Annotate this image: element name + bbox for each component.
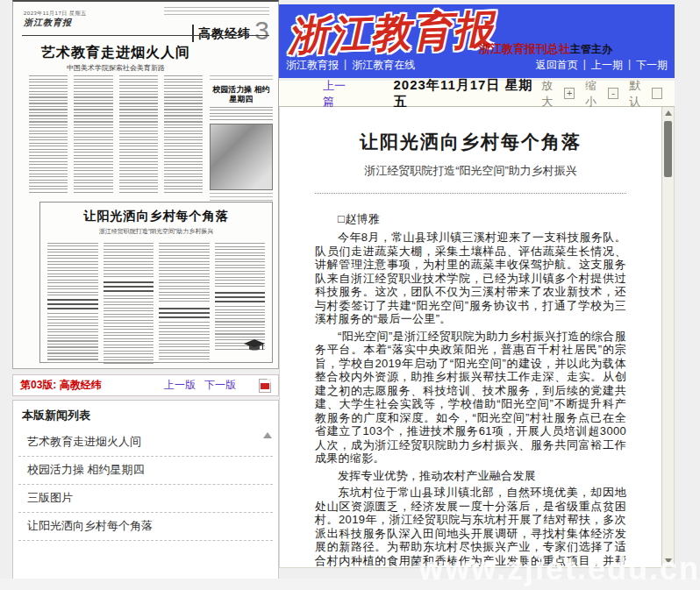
scrollbar-thumb[interactable] (664, 121, 672, 177)
supervisor-label: 主管主办 (570, 42, 612, 57)
divider (22, 35, 269, 36)
prev-article-link[interactable]: 上一篇 (323, 78, 355, 110)
agency-label: 浙江教育报刊总社 (479, 41, 570, 57)
scroll-up-icon[interactable] (662, 107, 674, 119)
link-zhejiang-education-news[interactable]: 浙江教育报 (286, 58, 339, 73)
separator: | (583, 58, 586, 73)
newsprint-columns (47, 243, 265, 364)
news-list-item[interactable]: 校园活力操 相约星期四 (18, 457, 273, 485)
separator: | (344, 58, 346, 73)
preview-page-number: 3 (254, 19, 269, 42)
preview-subtitle-main: 中国美术学院探索社会美育新路 (29, 63, 203, 73)
preview-box-headline: 让阳光洒向乡村每个角落 (40, 209, 272, 224)
preview-box-subtitle: 浙江经贸职院打造“阳光空间”助力乡村振兴 (40, 227, 272, 236)
newsprint-text-block (210, 107, 273, 121)
page-nav-label: 第03版: 高教经纬 (20, 378, 102, 393)
zoom-in-button[interactable]: 放大 + (541, 78, 575, 110)
newsprint-text-block (164, 75, 203, 195)
news-list-panel: 本版新闻列表 艺术教育走进烟火人间 校园活力操 相约星期四 三版图片 让阳光洒向… (12, 400, 279, 590)
newsprint-text-block (210, 75, 273, 82)
article-panel: 让阳光洒向乡村每个角落 浙江经贸职院打造“阳光空间”助力乡村振兴 □赵博雅 今年… (279, 107, 675, 568)
newsprint-text-block (164, 7, 269, 18)
pdf-icon[interactable] (259, 379, 271, 393)
newsprint-columns (29, 75, 203, 195)
newsprint-text-block (47, 243, 98, 364)
link-back-home[interactable]: 返回首页 (536, 58, 578, 73)
preview-masthead: 浙江教育报 (24, 17, 72, 29)
next-page-link[interactable]: 下一版 (204, 378, 236, 393)
preview-header-right: 高教经纬 3 (164, 7, 269, 42)
reset-label: 默认 (629, 78, 650, 110)
graduation-cap-icon (244, 339, 265, 357)
article-toolbar: 上一篇 2023年11月17日 星期 五 放大 + 缩小 - 默认 (279, 81, 675, 107)
header-links: 浙江教育报 | 浙江教育在线 返回首页 | 上一期 | 下一期 (286, 58, 668, 73)
newsprint-text-block (104, 243, 154, 364)
newsprint-text-block (159, 243, 210, 364)
article-author: □赵博雅 (315, 211, 626, 227)
newsprint-text-block (119, 75, 158, 195)
scrollbar[interactable] (661, 107, 674, 567)
preview-headline-main: 艺术教育走进烟火人间 (29, 44, 203, 62)
prev-page-link[interactable]: 上一版 (164, 378, 196, 393)
preview-right-column: 校园活力操 相约星期四 (210, 75, 273, 209)
minus-icon: - (608, 88, 618, 99)
newspaper-page-preview[interactable]: 2023年11月17日 星期五 浙江教育报 高教经纬 3 艺术教育走进烟火人间 … (12, 0, 279, 369)
site-header: 浙江教育报 浙江教育报刊总社 主管主办 浙江教育报 | 浙江教育在线 返回首页 … (279, 4, 675, 78)
article-subtitle: 浙江经贸职院打造“阳光空间”助力乡村振兴 (315, 163, 626, 179)
site-logo: 浙江教育报 (287, 3, 495, 64)
preview-photo (210, 124, 273, 190)
zoom-out-label: 缩小 (585, 78, 606, 110)
news-list-item[interactable]: 三版图片 (18, 485, 273, 513)
article-content: 让阳光洒向乡村每个角落 浙江经贸职院打造“阳光空间”助力乡村振兴 □赵博雅 今年… (280, 107, 674, 567)
news-list-title: 本版新闻列表 (13, 401, 278, 429)
newsprint-text-block (29, 75, 68, 195)
news-list: 艺术教育走进烟火人间 校园活力操 相约星期四 三版图片 让阳光洒向乡村每个角落 (13, 429, 278, 541)
scroll-up-icon[interactable] (263, 432, 272, 438)
divider (315, 193, 626, 194)
article-paragraph: “阳光空间”是浙江经贸职院为助力乡村振兴打造的综合服务平台。本着“落实中央政策阳… (315, 330, 626, 466)
zoom-in-label: 放大 (541, 78, 562, 110)
news-list-item[interactable]: 让阳光洒向乡村每个角落 (18, 513, 273, 541)
page-nav-bar: 第03版: 高教经纬 上一版 下一版 (12, 374, 279, 396)
site-watermark: www.zjiet.edu.cn (418, 551, 700, 587)
article-title: 让阳光洒向乡村每个角落 (315, 130, 626, 154)
news-list-item[interactable]: 艺术教育走进烟火人间 (18, 429, 273, 457)
divider (192, 25, 194, 42)
empty-box-icon (652, 88, 662, 99)
article-paragraph: 今年8月，常山县球川镇三溪村迎来了一支科技服务队。队员们走进蔬菜大棚，采集土壤样… (315, 231, 626, 326)
link-zhejiang-education-online[interactable]: 浙江教育在线 (352, 58, 415, 73)
article-body: 今年8月，常山县球川镇三溪村迎来了一支科技服务队。队员们走进蔬菜大棚，采集土壤样… (315, 231, 626, 567)
link-next-issue[interactable]: 下一期 (636, 58, 668, 73)
issue-date: 2023年11月17日 星期 五 (394, 77, 542, 110)
reset-zoom-button[interactable]: 默认 (629, 78, 662, 110)
newsprint-text-block (74, 75, 112, 195)
preview-section-label: 高教经纬 (198, 26, 251, 42)
preview-headline-right: 校园活力操 相约星期四 (210, 85, 273, 104)
separator: | (628, 58, 631, 73)
preview-boxed-article: 让阳光洒向乡村每个角落 浙江经贸职院打造“阳光空间”助力乡村振兴 (39, 202, 273, 363)
zoom-out-button[interactable]: 缩小 - (585, 78, 618, 110)
article-paragraph: 发挥专业优势，推动农村产业融合发展 (315, 469, 626, 483)
link-previous-issue[interactable]: 上一期 (591, 58, 623, 73)
plus-icon: + (564, 88, 575, 99)
